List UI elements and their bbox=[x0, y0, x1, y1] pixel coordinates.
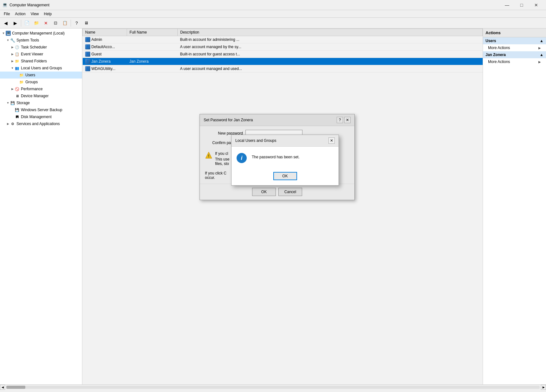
sidebar-item-groups[interactable]: 📁 Groups bbox=[0, 79, 82, 85]
title-bar: 💻 Computer Management — □ ✕ bbox=[0, 0, 546, 10]
info-icon: i bbox=[237, 153, 247, 163]
expand-performance[interactable]: ▶ bbox=[10, 87, 15, 91]
sidebar-label-system-tools: System Tools bbox=[16, 38, 39, 42]
main-layout: ▼ 💻 Computer Management (Local) ▼ 🔧 Syst… bbox=[0, 28, 546, 384]
users-more-actions-label: More Actions bbox=[488, 46, 510, 50]
sidebar-item-windows-server-backup[interactable]: 💾 Windows Server Backup bbox=[0, 106, 82, 113]
storage-icon: 💾 bbox=[10, 100, 15, 105]
expand-disk-management[interactable] bbox=[10, 115, 15, 119]
msgbox-buttons: OK bbox=[232, 169, 339, 185]
sidebar-label-storage: Storage bbox=[16, 101, 30, 105]
sidebar-item-users[interactable]: 📁 Users bbox=[0, 72, 82, 79]
actions-section-jan-zonera-collapse-icon: ▲ bbox=[540, 53, 543, 57]
sidebar-item-services-applications[interactable]: ▶ ⚙ Services and Applications bbox=[0, 120, 82, 127]
actions-panel: Actions Users ▲ More Actions ▶ Jan Zoner… bbox=[483, 28, 546, 384]
expand-storage[interactable]: ▼ bbox=[6, 101, 10, 105]
msgbox-overlay bbox=[82, 28, 483, 384]
close-button[interactable]: ✕ bbox=[529, 0, 543, 10]
expand-event-viewer[interactable]: ▶ bbox=[10, 52, 15, 56]
shared-folders-icon: 📁 bbox=[15, 59, 20, 64]
actions-section-users-label: Users bbox=[486, 39, 496, 43]
scroll-thumb bbox=[6, 386, 25, 389]
sidebar-item-disk-management[interactable]: 🖪 Disk Management bbox=[0, 113, 82, 120]
jan-zonera-more-actions-label: More Actions bbox=[488, 60, 510, 64]
actions-section-users-collapse-icon: ▲ bbox=[540, 39, 543, 43]
expand-shared-folders[interactable]: ▶ bbox=[10, 59, 15, 63]
computer-management-icon: 💻 bbox=[6, 31, 11, 36]
sidebar-label-shared-folders: Shared Folders bbox=[21, 59, 47, 63]
app-title: Computer Management bbox=[10, 3, 500, 7]
help-button[interactable]: ? bbox=[72, 19, 81, 28]
mmc-button[interactable]: 🖥 bbox=[82, 19, 91, 28]
sidebar-item-system-tools[interactable]: ▼ 🔧 System Tools bbox=[0, 37, 82, 44]
minimize-button[interactable]: — bbox=[500, 0, 514, 10]
expand-device-manager[interactable] bbox=[10, 94, 15, 98]
sidebar-label-groups: Groups bbox=[25, 80, 38, 84]
expand-computer-management[interactable]: ▼ bbox=[1, 31, 6, 35]
sidebar-label-task-scheduler: Task Scheduler bbox=[21, 45, 47, 49]
scroll-right-button[interactable]: ▶ bbox=[541, 385, 546, 390]
jan-zonera-more-actions[interactable]: More Actions ▶ bbox=[483, 58, 546, 65]
jan-zonera-more-actions-arrow: ▶ bbox=[538, 60, 541, 64]
sidebar-item-shared-folders[interactable]: ▶ 📁 Shared Folders bbox=[0, 58, 82, 65]
msgbox-close-button[interactable]: ✕ bbox=[328, 137, 335, 144]
sidebar-label-local-users-groups: Local Users and Groups bbox=[21, 66, 62, 70]
msgbox-content: i The password has been set. bbox=[232, 147, 339, 169]
content-area: Name Full Name Description 👤 Admin Built… bbox=[82, 28, 483, 384]
event-viewer-icon: 📋 bbox=[15, 52, 20, 57]
scroll-left-button[interactable]: ◀ bbox=[0, 385, 5, 390]
actions-section-users[interactable]: Users ▲ bbox=[483, 37, 546, 44]
toolbar-separator-2 bbox=[71, 20, 71, 27]
bottom-scrollbar: ◀ ▶ bbox=[0, 384, 546, 389]
windows-server-backup-icon: 💾 bbox=[15, 107, 20, 112]
expand-system-tools[interactable]: ▼ bbox=[6, 38, 10, 42]
menu-help[interactable]: Help bbox=[41, 11, 54, 17]
sidebar-item-event-viewer[interactable]: ▶ 📋 Event Viewer bbox=[0, 51, 82, 58]
users-more-actions[interactable]: More Actions ▶ bbox=[483, 44, 546, 51]
actions-header: Actions bbox=[483, 28, 546, 37]
msgbox-title: Local Users and Groups bbox=[235, 138, 276, 143]
sidebar-item-task-scheduler[interactable]: ▶ 🕐 Task Scheduler bbox=[0, 44, 82, 51]
sidebar-item-storage[interactable]: ▼ 💾 Storage bbox=[0, 99, 82, 106]
back-button[interactable]: ◀ bbox=[1, 19, 10, 28]
toolbar: ◀ ▶ 📄 📁 ✕ ⊡ 📋 ? 🖥 bbox=[0, 18, 546, 28]
scroll-track bbox=[6, 386, 540, 389]
toolbar-separator-1 bbox=[21, 20, 21, 27]
menu-bar: File Action View Help bbox=[0, 10, 546, 18]
services-applications-icon: ⚙ bbox=[10, 121, 15, 126]
actions-section-jan-zonera-label: Jan Zonera bbox=[486, 53, 506, 57]
forward-button[interactable]: ▶ bbox=[11, 19, 20, 28]
msgbox-message: The password has been set. bbox=[252, 153, 300, 159]
menu-action[interactable]: Action bbox=[12, 11, 28, 17]
sidebar-label-computer-management: Computer Management (Local) bbox=[12, 31, 65, 35]
expand-users[interactable] bbox=[15, 73, 19, 77]
menu-file[interactable]: File bbox=[1, 11, 12, 17]
app-icon: 💻 bbox=[3, 3, 8, 8]
expand-local-users-groups[interactable]: ▼ bbox=[10, 66, 15, 70]
sidebar-item-device-manager[interactable]: 🖥 Device Manager bbox=[0, 92, 82, 99]
export-button[interactable]: 📋 bbox=[60, 19, 69, 28]
sidebar-label-device-manager: Device Manager bbox=[21, 94, 48, 98]
sidebar-item-computer-management[interactable]: ▼ 💻 Computer Management (Local) bbox=[0, 30, 82, 37]
properties-button[interactable]: ⊡ bbox=[51, 19, 60, 28]
sidebar-item-local-users-groups[interactable]: ▼ 👥 Local Users and Groups bbox=[0, 65, 82, 72]
expand-task-scheduler[interactable]: ▶ bbox=[10, 45, 15, 49]
expand-windows-server-backup[interactable] bbox=[10, 108, 15, 112]
sidebar-item-performance[interactable]: ▶ 🚫 Performance bbox=[0, 85, 82, 92]
message-box: Local Users and Groups ✕ i The password … bbox=[231, 135, 339, 186]
msgbox-ok-button[interactable]: OK bbox=[273, 172, 297, 180]
expand-services-applications[interactable]: ▶ bbox=[6, 122, 10, 126]
local-users-groups-icon: 👥 bbox=[15, 66, 20, 71]
sidebar-tree: ▼ 💻 Computer Management (Local) ▼ 🔧 Syst… bbox=[0, 28, 82, 384]
expand-groups[interactable] bbox=[15, 80, 19, 84]
actions-section-jan-zonera[interactable]: Jan Zonera ▲ bbox=[483, 51, 546, 58]
sidebar-label-services-applications: Services and Applications bbox=[16, 122, 60, 126]
menu-view[interactable]: View bbox=[28, 11, 41, 17]
sidebar-label-disk-management: Disk Management bbox=[21, 115, 52, 119]
sidebar-label-users: Users bbox=[25, 73, 35, 77]
delete-button[interactable]: ✕ bbox=[41, 19, 50, 28]
up-one-level[interactable]: 📁 bbox=[32, 19, 41, 28]
groups-folder-icon: 📁 bbox=[19, 79, 24, 85]
show-hide-console-tree[interactable]: 📄 bbox=[22, 19, 31, 28]
maximize-button[interactable]: □ bbox=[514, 0, 529, 10]
